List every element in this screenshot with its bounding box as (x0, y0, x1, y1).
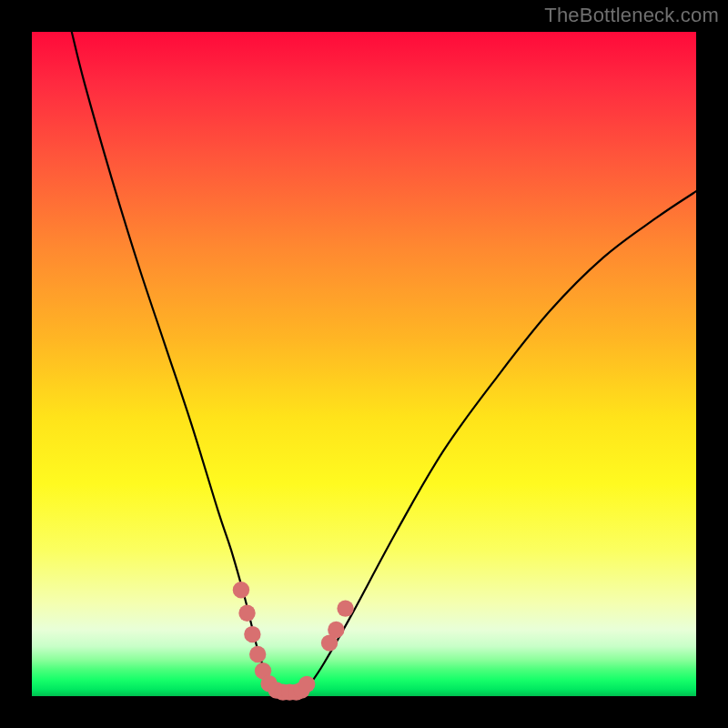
marker-dot (249, 646, 266, 662)
marker-dot (328, 622, 344, 638)
bottleneck-curve (72, 32, 696, 693)
plot-area (32, 32, 696, 696)
watermark-text: TheBottleneck.com (544, 4, 719, 27)
marker-dot (298, 676, 315, 693)
marker-dot (337, 600, 353, 616)
chart-svg (32, 32, 696, 696)
marker-dot (238, 605, 255, 622)
marker-dot (233, 581, 249, 598)
marker-dot (244, 626, 260, 642)
curve-markers (233, 581, 354, 701)
chart-frame: TheBottleneck.com (0, 0, 728, 728)
